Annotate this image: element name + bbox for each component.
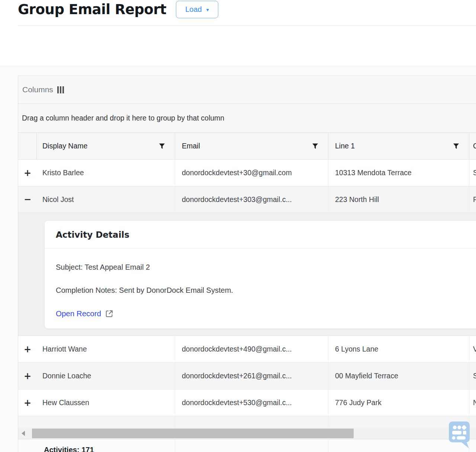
page-header: Group Email Report Load ▾ [18,1,218,18]
open-record-label: Open Record [56,309,101,318]
expand-row-button[interactable]: + [24,345,31,354]
table-row: + Hew Claussen donordockdevtest+530@gmai… [18,390,476,416]
filter-icon[interactable] [453,143,459,149]
cell-city-clipped: S [469,363,476,389]
cell-line1: 776 Judy Park [328,390,469,416]
chat-widget-button[interactable] [447,421,470,452]
filter-icon[interactable] [159,143,165,149]
activity-details-body: Subject: Test Appeal Email 2 Completion … [45,249,476,318]
columns-chooser-button[interactable]: Columns [18,76,476,104]
columns-chooser-label: Columns [22,85,53,94]
table-row: + Donnie Loache donordockdevtest+261@gma… [18,363,476,390]
scroll-left-arrow-icon[interactable] [22,431,25,436]
activity-subject: Subject: Test Appeal Email 2 [56,263,476,272]
table-row: + Harriott Wane donordockdevtest+490@gma… [18,336,476,363]
header-city-clipped[interactable]: C [469,133,476,159]
cell-display-name: Hew Claussen [37,390,175,416]
activity-completion-notes: Completion Notes: Sent by DonorDock Emai… [56,286,476,295]
header-display-name[interactable]: Display Name [37,133,175,159]
activities-count: Activities: 171 [44,446,94,452]
collapse-row-button[interactable]: − [24,195,31,204]
group-drop-zone[interactable]: Drag a column header and drop it here to… [18,104,476,133]
table-row: + Kristo Barlee donordockdevtest+30@gmai… [18,160,476,186]
table-row-expanded: − Nicol Jost donordockdevtest+303@gmail.… [18,186,476,213]
content-area: Columns Drag a column header and drop it… [0,66,476,452]
cell-city-clipped: N [469,390,476,416]
header-email[interactable]: Email [175,133,328,159]
load-button[interactable]: Load ▾ [176,1,218,18]
activity-details-title: Activity Details [56,230,476,240]
cell-line1: 00 Mayfield Terrace [328,363,469,389]
cell-line1: 10313 Mendota Terrace [328,160,469,186]
cell-city-clipped: P [469,186,476,212]
cell-display-name: Harriott Wane [37,336,175,362]
data-grid: Columns Drag a column header and drop it… [18,76,476,452]
cell-email: donordockdevtest+30@gmail.com [175,160,328,186]
expand-row-button[interactable]: + [24,398,31,407]
filter-icon[interactable] [312,143,318,149]
expand-row-button[interactable]: + [24,372,31,381]
activity-details-card: Activity Details Subject: Test Appeal Em… [44,220,476,329]
detail-row: Activity Details Subject: Test Appeal Em… [18,213,476,336]
cell-city-clipped: S [469,160,476,186]
scrollbar-thumb[interactable] [32,429,354,438]
grid-header-row: Display Name Email Line 1 C [18,133,476,160]
group-drop-hint: Drag a column header and drop it here to… [22,114,224,122]
header-line-1[interactable]: Line 1 [328,133,469,159]
cell-email: donordockdevtest+530@gmail.c... [175,390,328,416]
cell-display-name: Nicol Jost [37,186,175,212]
chevron-down-icon: ▾ [206,7,209,12]
external-link-icon [105,310,113,318]
load-button-label: Load [185,5,202,14]
activity-details-header: Activity Details [45,221,476,249]
cell-email: donordockdevtest+261@gmail.c... [175,363,328,389]
header-expand-column [18,133,37,159]
horizontal-scrollbar[interactable] [18,428,476,439]
open-record-link[interactable]: Open Record [56,309,113,318]
expand-row-button[interactable]: + [24,169,31,177]
cell-city-clipped: V [469,336,476,362]
group-email-report-page: Group Email Report Load ▾ Columns Drag a… [0,0,476,452]
cell-line1: 6 Lyons Lane [328,336,469,362]
cell-display-name: Kristo Barlee [37,160,175,186]
header-divider [18,25,476,26]
cell-email: donordockdevtest+490@gmail.c... [175,336,328,362]
cell-display-name: Donnie Loache [37,363,175,389]
cell-email: donordockdevtest+303@gmail.c... [175,186,328,212]
table-row-clipped [18,416,476,428]
chat-bubble-icon [447,421,470,452]
columns-icon [57,86,64,93]
grid-footer-row: Activities: 171 [18,439,476,452]
cell-line1: 223 North Hill [328,186,469,212]
page-title: Group Email Report [18,1,166,17]
